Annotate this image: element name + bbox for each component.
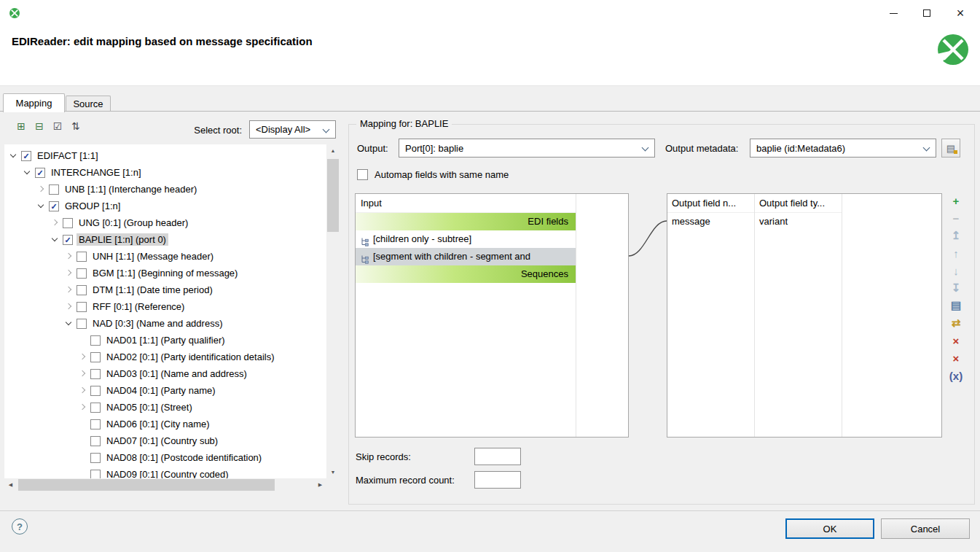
cancel-button[interactable]: Cancel [881, 518, 970, 539]
chevron-right-icon[interactable] [77, 401, 89, 413]
skip-records-input[interactable] [474, 448, 521, 465]
chevron-down-icon[interactable] [49, 233, 61, 246]
tree-item-label[interactable]: NAD03 [0:1] (Name and address) [104, 368, 249, 380]
expression-icon[interactable]: (x) [949, 369, 963, 382]
tree-item-label[interactable]: NAD05 [0:1] (Street) [104, 401, 195, 413]
edit-metadata-button[interactable] [941, 139, 960, 158]
chevron-down-icon[interactable] [63, 317, 75, 330]
expand-all-icon[interactable]: ⊞ [15, 120, 28, 133]
tree-item-label[interactable]: NAD02 [0:1] (Party identification detail… [104, 351, 277, 363]
add-field-icon[interactable]: + [949, 194, 963, 207]
output-field-name-header[interactable]: Output field n... [667, 194, 754, 213]
output-field-type-header[interactable]: Output field ty... [755, 194, 842, 213]
chevron-right-icon[interactable] [63, 284, 75, 296]
tree-row[interactable]: NAD01 [1:1] (Party qualifier) [4, 332, 326, 349]
scroll-up-icon[interactable] [326, 144, 340, 157]
item-checkbox[interactable] [77, 252, 87, 262]
chevron-right-icon[interactable] [63, 300, 75, 313]
item-checkbox[interactable] [90, 453, 101, 463]
item-checkbox[interactable] [49, 184, 59, 195]
tree-row[interactable]: NAD08 [0:1] (Postcode identification) [4, 449, 326, 466]
tree-row[interactable]: ✓GROUP [1:n] [4, 198, 326, 214]
tree-item-label[interactable]: UNH [1:1] (Message header) [90, 250, 216, 263]
input-group-header[interactable]: Sequences [356, 265, 576, 283]
chevron-right-icon[interactable] [77, 368, 89, 380]
chevron-right-icon[interactable] [35, 183, 47, 195]
tree-item-label[interactable]: NAD06 [0:1] (City name) [104, 418, 212, 430]
tree-row[interactable]: NAD04 [0:1] (Party name) [4, 382, 326, 399]
horizontal-scrollbar-thumb[interactable] [18, 479, 275, 491]
tree-row[interactable]: NAD07 [0:1] (Country sub) [4, 432, 326, 449]
item-checkbox[interactable] [77, 268, 87, 279]
tree-item-label[interactable]: GROUP [1:n] [63, 200, 122, 212]
item-checkbox[interactable] [77, 285, 87, 295]
tree-row[interactable]: NAD [0:3] (Name and address) [4, 315, 326, 332]
tree-row[interactable]: RFF [0:1] (Reference) [4, 298, 326, 315]
tree-item-label[interactable]: NAD01 [1:1] (Party qualifier) [104, 334, 227, 346]
input-field-row[interactable]: [segment with children - segment and [356, 248, 576, 265]
sort-tree-icon[interactable]: ⇅ [69, 120, 82, 133]
scroll-right-icon[interactable] [314, 478, 326, 491]
tree-row[interactable]: NAD06 [0:1] (City name) [4, 416, 326, 432]
item-checkbox[interactable] [90, 403, 101, 413]
item-checkbox[interactable] [77, 302, 87, 312]
select-fields-icon[interactable]: ▤ [949, 299, 963, 312]
tree-row[interactable]: BGM [1:1] (Beginning of message) [4, 265, 326, 281]
tree-item-label[interactable]: NAD07 [0:1] (Country sub) [104, 435, 220, 447]
input-group-header[interactable]: EDI fields [356, 213, 576, 230]
chevron-down-icon[interactable] [21, 166, 34, 179]
item-checkbox[interactable] [90, 419, 101, 429]
tree-item-label[interactable]: UNB [1:1] (Interchange header) [63, 183, 199, 195]
output-field-type-cell[interactable]: variant [755, 213, 842, 230]
max-record-count-input[interactable] [474, 471, 521, 489]
select-root-dropdown[interactable]: <Display All> [249, 120, 336, 139]
automap-checkbox[interactable] [357, 169, 368, 180]
item-checkbox[interactable] [63, 218, 73, 228]
tree-row[interactable]: NAD03 [0:1] (Name and address) [4, 365, 326, 382]
automap-icon[interactable]: ⇄ [949, 316, 963, 330]
tree-row[interactable]: UNG [0:1] (Group header) [4, 214, 326, 231]
tree-row[interactable]: DTM [1:1] (Date time period) [4, 281, 326, 298]
chevron-right-icon[interactable] [77, 384, 89, 397]
check-all-icon[interactable]: ☑ [51, 120, 64, 133]
tree-row[interactable]: NAD05 [0:1] (Street) [4, 399, 326, 416]
tree-item-label[interactable]: EDIFACT [1:1] [35, 149, 101, 162]
tree-row[interactable]: UNB [1:1] (Interchange header) [4, 181, 326, 198]
chevron-down-icon[interactable] [7, 149, 20, 162]
tab-mapping[interactable]: Mapping [3, 93, 65, 112]
close-button[interactable] [944, 1, 977, 25]
output-metadata-dropdown[interactable]: baplie (id:Metadata6) [750, 139, 936, 158]
input-column-header[interactable]: Input [356, 194, 576, 213]
tree-item-label[interactable]: RFF [0:1] (Reference) [90, 300, 187, 313]
tree-item-label[interactable]: NAD [0:3] (Name and address) [90, 317, 224, 330]
collapse-all-icon[interactable]: ⊟ [33, 120, 46, 133]
chevron-right-icon[interactable] [63, 250, 75, 263]
maximize-button[interactable] [910, 1, 944, 25]
item-checkbox[interactable]: ✓ [63, 235, 73, 245]
tree-item-label[interactable]: INTERCHANGE [1:n] [49, 166, 144, 179]
help-button[interactable]: ? [12, 518, 28, 534]
scroll-left-icon[interactable] [4, 478, 17, 491]
tree-row[interactable]: ✓EDIFACT [1:1] [4, 147, 326, 164]
item-checkbox[interactable] [90, 335, 101, 346]
item-checkbox[interactable]: ✓ [35, 168, 45, 178]
item-checkbox[interactable] [90, 352, 101, 362]
vertical-scrollbar-thumb[interactable] [327, 159, 339, 232]
item-checkbox[interactable] [90, 470, 101, 479]
tree-row[interactable]: ✓INTERCHANGE [1:n] [4, 164, 326, 181]
item-checkbox[interactable] [90, 436, 101, 446]
tree-row[interactable]: NAD09 [0:1] (Country coded) [4, 466, 326, 478]
chevron-right-icon[interactable] [63, 267, 75, 279]
item-checkbox[interactable]: ✓ [21, 151, 31, 161]
tree-item-label[interactable]: BGM [1:1] (Beginning of message) [90, 267, 240, 279]
tree-item-label[interactable]: DTM [1:1] (Date time period) [90, 284, 215, 296]
ok-button[interactable]: OK [785, 518, 874, 539]
chevron-down-icon[interactable] [35, 200, 47, 212]
chevron-right-icon[interactable] [49, 217, 61, 229]
tree-row[interactable]: UNH [1:1] (Message header) [4, 248, 326, 265]
tree-item-label[interactable]: UNG [0:1] (Group header) [77, 217, 190, 229]
chevron-right-icon[interactable] [77, 351, 89, 363]
cancel-all-mappings-icon[interactable]: × [949, 351, 963, 365]
item-checkbox[interactable] [77, 319, 87, 329]
item-checkbox[interactable]: ✓ [49, 201, 59, 211]
